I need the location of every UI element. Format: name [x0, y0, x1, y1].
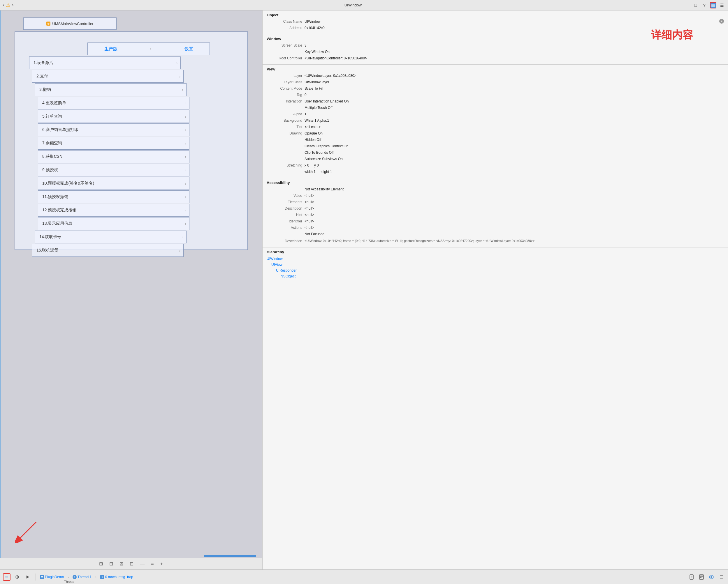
- acc-value-row: Value <null>: [267, 193, 724, 199]
- menu-item-9[interactable]: 9.预授权 ›: [38, 164, 189, 176]
- mach-label: 0 mach_msg_trap: [105, 575, 133, 579]
- canvas-btn-equal[interactable]: =: [150, 560, 155, 568]
- menu-item-7[interactable]: 7.余额查询 ›: [38, 137, 189, 150]
- svg-rect-5: [5, 576, 8, 577]
- acc-elements-row: Elements <null>: [267, 199, 724, 205]
- menu-item-9-label: 9.预授权: [42, 167, 58, 173]
- menu-item-13[interactable]: 13.显示应用信息 ›: [38, 217, 189, 230]
- drawing-value-3: Clears Graphics Context On: [305, 143, 724, 149]
- menu-item-6[interactable]: 6.商户销售单据打印 ›: [38, 123, 189, 136]
- menu-item-2[interactable]: 2.支付 ›: [32, 70, 184, 83]
- canvas-btn-plus[interactable]: +: [159, 560, 164, 568]
- help-icon[interactable]: ?: [701, 2, 708, 8]
- ums-header-box: ⊕ UMSMainViewController: [23, 18, 116, 30]
- doc-icon[interactable]: □: [693, 2, 699, 8]
- ums-label: UMSMainViewController: [52, 22, 93, 26]
- acc-hint-label: Hint: [267, 212, 305, 218]
- window-section: Window Screen Scale 3 Key Window On Root…: [263, 34, 728, 65]
- step-icon[interactable]: [24, 573, 31, 581]
- tint-label: Tint: [267, 124, 305, 130]
- menu-item-14[interactable]: 14.获取卡号 ›: [35, 230, 186, 243]
- alpha-value: 1: [305, 111, 724, 117]
- window-title: UIWindow: [14, 3, 693, 7]
- acc-description-label: Description: [267, 206, 305, 211]
- accessibility-section-title: Accessibility: [267, 180, 724, 185]
- object-section-title: Object: [267, 13, 724, 17]
- class-name-value: UIWindow: [305, 19, 718, 24]
- screen-scale-row: Screen Scale 3: [267, 43, 724, 49]
- canvas-btn-3[interactable]: ⊠: [118, 560, 125, 568]
- tag-row: Tag 0: [267, 92, 724, 98]
- layer-label: Layer: [267, 73, 305, 78]
- nav-left-icon[interactable]: ‹: [3, 2, 4, 8]
- red-arrow-svg: [15, 517, 42, 543]
- tag-label: Tag: [267, 92, 305, 98]
- menu-item-5[interactable]: 5.订单查询 ›: [38, 110, 189, 123]
- acc-long-desc-value: <UIWindow: 0x104f142c0; frame = (0 0; 41…: [305, 239, 724, 243]
- inspector-file-icon[interactable]: [688, 573, 695, 581]
- menu-item-15[interactable]: 15.联机退货 ›: [32, 244, 184, 257]
- acc-not-focused-value: Not Focused: [305, 231, 724, 237]
- arrow-icon-13: ›: [185, 222, 186, 226]
- canvas-btn-minus[interactable]: —: [139, 560, 146, 568]
- tag-value: 0: [305, 92, 724, 98]
- menu-item-8[interactable]: 8.获取CSN ›: [38, 150, 189, 163]
- arrow-icon-12: ›: [185, 208, 186, 213]
- acc-actions-row: Actions <null>: [267, 225, 724, 231]
- menu-item-12[interactable]: 12.预授权完成撤销 ›: [38, 204, 189, 217]
- acc-identifier-label: Identifier: [267, 219, 305, 224]
- menu-item-10[interactable]: 10.预授权完成(签名&不签名) ›: [38, 177, 189, 190]
- thread-icon[interactable]: [14, 573, 21, 581]
- main-container: ⊕ UMSMainViewController 生产版 › 设置 1.设备激活 …: [0, 10, 728, 569]
- not-accessibility-row: Not Accessibility Element: [267, 187, 724, 192]
- thread1-badge: T Thread 1: [73, 575, 92, 579]
- ums-icon: ⊕: [46, 22, 50, 26]
- class-name-label: Class Name: [267, 19, 305, 24]
- canvas-btn-2[interactable]: ⊟: [108, 560, 114, 568]
- hierarchy-section-title: Hierarchy: [267, 250, 724, 254]
- menu-item-3[interactable]: 3.撤销 ›: [35, 83, 186, 96]
- breadcrumb-sep-1: ›: [68, 575, 69, 579]
- thread-label: Thread: [64, 580, 74, 583]
- menu-item-11[interactable]: 11.预授权撤销 ›: [38, 190, 189, 203]
- svg-marker-10: [27, 576, 29, 579]
- menu-item-4-label: 4.重发签购单: [42, 101, 66, 106]
- acc-value: <null>: [305, 193, 724, 198]
- canvas-btn-4[interactable]: ⊡: [129, 560, 135, 568]
- acc-actions-label: Actions: [267, 225, 305, 230]
- production-btn[interactable]: 生产版: [104, 46, 118, 52]
- nav-buttons[interactable]: ‹ ⚠ ›: [3, 2, 14, 8]
- settings-btn[interactable]: 设置: [184, 46, 193, 52]
- interaction-value-1: User Interaction Enabled On: [305, 99, 724, 104]
- view-section: View Layer <UIWindowLayer: 0x1c003a080> …: [263, 65, 728, 178]
- layers-icon[interactable]: [710, 2, 716, 8]
- menu-item-14-label: 14.获取卡号: [40, 234, 61, 240]
- menu-item-4[interactable]: 4.重发签购单 ›: [38, 96, 189, 109]
- layer-class-value: UIWindowLayer: [305, 80, 724, 85]
- address-label: Address: [267, 25, 305, 31]
- inspector-thread-icon[interactable]: [698, 573, 705, 581]
- canvas-btn-1[interactable]: ⊞: [98, 560, 104, 568]
- drawing-row-3: Clears Graphics Context On: [267, 143, 724, 149]
- address-value: 0x104f142c0: [305, 25, 724, 31]
- menu-item-1[interactable]: 1.设备激活 ›: [29, 56, 181, 69]
- drawing-row-2: Hidden Off: [267, 137, 724, 143]
- canvas-toolbar: ⊞ ⊟ ⊠ ⊡ — = +: [0, 558, 262, 569]
- canvas-progress-bar: [204, 555, 256, 557]
- menu-icon[interactable]: ☰: [719, 2, 725, 8]
- inspector-menu-icon[interactable]: ☰: [718, 573, 725, 581]
- content-mode-value: Scale To Fill: [305, 86, 724, 91]
- separator-1: [35, 574, 36, 581]
- edit-btn[interactable]: +: [719, 19, 724, 24]
- menu-item-11-label: 11.预授权撤销: [42, 194, 68, 199]
- accessibility-section: Accessibility Not Accessibility Element …: [263, 178, 728, 247]
- menu-item-7-label: 7.余额查询: [42, 141, 62, 146]
- drawing-value-4: Clip To Bounds Off: [305, 150, 724, 155]
- inspector-layers-icon[interactable]: [708, 573, 715, 581]
- acc-hint-row: Hint <null>: [267, 212, 724, 218]
- menu-item-13-label: 13.显示应用信息: [42, 221, 72, 226]
- debug-icon[interactable]: [3, 573, 10, 581]
- key-window-value: Key Window On: [305, 49, 724, 54]
- acc-long-desc-row: Description <UIWindow: 0x104f142c0; fram…: [267, 239, 724, 244]
- acc-elements-value: <null>: [305, 199, 724, 205]
